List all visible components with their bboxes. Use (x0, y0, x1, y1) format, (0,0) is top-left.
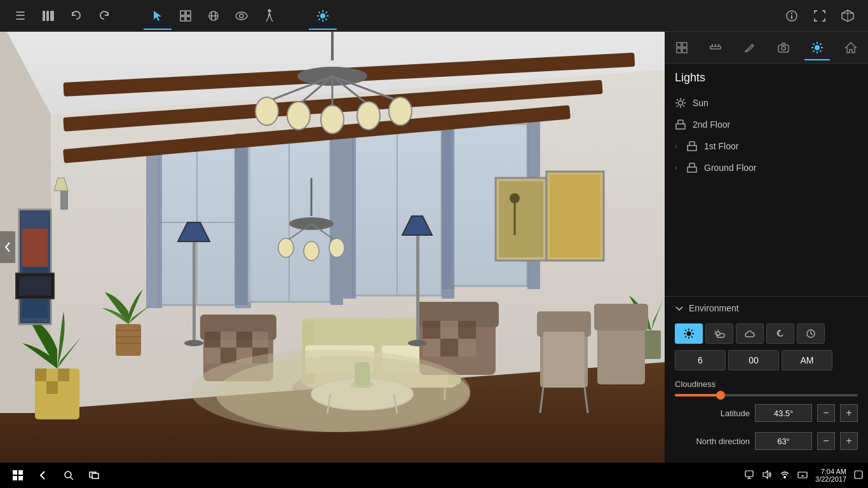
svg-line-21 (326, 18, 327, 20)
undo-icon[interactable] (62, 2, 90, 30)
svg-line-209 (71, 477, 73, 480)
walk-icon[interactable] (255, 2, 283, 30)
svg-rect-6 (180, 17, 185, 21)
svg-rect-45 (343, 127, 356, 299)
1st-floor-chevron: › (675, 142, 677, 151)
north-direction-plus-btn[interactable]: + (840, 432, 858, 450)
camera-panel-tool[interactable] (771, 35, 796, 60)
redo-icon[interactable] (90, 2, 118, 30)
svg-point-70 (329, 238, 344, 257)
svg-point-63 (357, 102, 380, 130)
draw-panel-tool[interactable] (736, 35, 762, 60)
svg-rect-91 (205, 332, 220, 348)
fullscreen-icon[interactable] (806, 2, 834, 30)
left-nav-arrow[interactable] (0, 231, 15, 263)
viewport[interactable] (0, 32, 665, 463)
arrange-panel-tool[interactable] (669, 35, 695, 60)
windows-start-button[interactable] (5, 464, 31, 487)
taskbar-back-btn[interactable] (31, 464, 56, 487)
measure-panel-tool[interactable] (703, 35, 728, 60)
taskbar-clock[interactable]: 7:04 AM 3/22/2017 (815, 468, 846, 483)
svg-rect-149 (682, 48, 687, 53)
svg-rect-136 (594, 304, 648, 330)
sun-toolbar-icon[interactable] (309, 2, 337, 30)
svg-rect-180 (688, 146, 696, 151)
svg-rect-94 (252, 332, 268, 348)
light-panel-tool[interactable] (804, 35, 830, 60)
svg-rect-1 (46, 11, 49, 21)
svg-rect-123 (35, 369, 46, 381)
3d-cube-icon[interactable] (834, 2, 862, 30)
edit-icon[interactable] (200, 2, 227, 30)
view-icon[interactable] (227, 2, 255, 30)
panel-toolbar (665, 32, 868, 64)
svg-line-162 (813, 43, 814, 44)
svg-rect-42 (330, 133, 343, 305)
svg-rect-176 (676, 124, 685, 129)
night-env-btn[interactable] (766, 323, 794, 344)
sun-light-item[interactable]: Sun (665, 92, 868, 114)
taskbar-volume-icon[interactable] (762, 470, 772, 481)
2nd-floor-label: 2nd Floor (693, 119, 730, 130)
ground-floor-light-item[interactable]: › Ground Floor (665, 157, 868, 179)
partly-cloudy-env-btn[interactable] (705, 323, 733, 344)
svg-point-26 (791, 12, 792, 13)
latitude-value[interactable]: 43.5° (755, 404, 812, 422)
svg-line-174 (683, 99, 684, 100)
north-direction-label: North direction (675, 437, 750, 446)
info-icon[interactable] (778, 2, 806, 30)
svg-line-172 (677, 99, 678, 100)
taskbar-date-display: 3/22/2017 (815, 475, 846, 483)
svg-line-165 (813, 50, 814, 51)
svg-rect-140 (22, 229, 48, 267)
taskbar-network-icon[interactable] (780, 470, 790, 481)
north-direction-minus-btn[interactable]: − (817, 432, 835, 450)
menu-icon[interactable]: ☰ (6, 2, 34, 30)
latitude-plus-btn[interactable]: + (840, 404, 858, 422)
time-minute-box[interactable]: 00 (728, 350, 779, 370)
taskbar-system-icon-1[interactable] (744, 470, 754, 481)
floor-1-icon (686, 140, 698, 152)
top-toolbar: ☰ (0, 0, 868, 32)
svg-line-195 (691, 330, 693, 331)
taskbar-keyboard-icon[interactable] (797, 470, 808, 481)
lights-title: Lights (665, 64, 868, 92)
taskbar-right: 7:04 AM 3/22/2017 (744, 468, 863, 483)
environment-header[interactable]: Environment (665, 297, 868, 320)
svg-point-64 (321, 105, 344, 133)
sunny-env-btn[interactable] (675, 323, 703, 344)
north-direction-value[interactable]: 63° (755, 432, 812, 450)
svg-line-163 (820, 50, 821, 51)
svg-point-77 (510, 193, 520, 203)
library-icon[interactable] (34, 2, 62, 30)
1st-floor-light-item[interactable]: › 1st Floor (665, 135, 868, 157)
time-hour-box[interactable]: 6 (675, 350, 726, 370)
taskbar-multitask-btn[interactable] (81, 464, 107, 487)
time-ampm-box[interactable]: AM (782, 350, 832, 370)
main-area: Lights Sun 2nd Floor › 1st Floor › Groun… (0, 32, 868, 463)
time-env-btn[interactable] (797, 323, 825, 344)
cloudy-env-btn[interactable] (736, 323, 764, 344)
svg-rect-75 (550, 175, 600, 257)
svg-rect-41 (235, 133, 248, 305)
svg-rect-112 (193, 241, 196, 343)
taskbar-notification-icon[interactable] (854, 470, 863, 480)
2nd-floor-light-item[interactable]: 2nd Floor (665, 114, 868, 135)
taskbar-search-btn[interactable] (56, 464, 81, 487)
home-panel-tool[interactable] (838, 35, 864, 60)
cloudiness-slider[interactable] (675, 394, 858, 396)
svg-rect-115 (416, 235, 419, 343)
cloudiness-thumb[interactable] (716, 391, 725, 400)
svg-rect-95 (205, 348, 220, 363)
svg-rect-92 (220, 332, 236, 348)
sun-label: Sun (693, 98, 709, 108)
svg-line-173 (683, 105, 684, 107)
latitude-minus-btn[interactable]: − (817, 404, 835, 422)
select-icon[interactable] (144, 2, 172, 30)
transform-icon[interactable] (172, 2, 200, 30)
environment-title: Environment (689, 303, 739, 313)
svg-point-208 (65, 471, 71, 478)
svg-line-196 (685, 336, 686, 337)
svg-rect-147 (682, 43, 687, 47)
svg-point-15 (320, 13, 325, 18)
